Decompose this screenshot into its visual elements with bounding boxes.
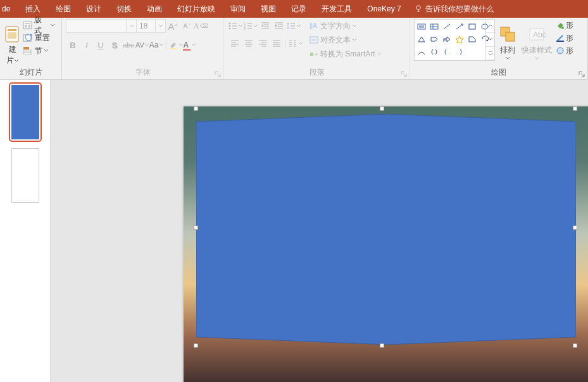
bold-button[interactable]: B [66, 38, 80, 52]
align-center-button[interactable] [242, 37, 256, 51]
tab-transitions[interactable]: 切换 [109, 0, 139, 18]
tab-record[interactable]: 记录 [284, 0, 314, 18]
italic-button[interactable]: I [80, 38, 94, 52]
underline-button[interactable]: U [94, 38, 108, 52]
grow-font-button[interactable]: A^ [166, 19, 180, 33]
group-paragraph-label: 段落 [224, 67, 410, 80]
indent-increase-button[interactable] [272, 19, 286, 33]
svg-rect-82 [556, 41, 564, 42]
tab-islide[interactable]: de [0, 0, 18, 18]
slide-thumbnail-1[interactable] [11, 85, 39, 139]
tab-animations[interactable]: 动画 [139, 0, 170, 18]
svg-point-19 [229, 28, 231, 30]
svg-rect-13 [23, 53, 31, 54]
tab-developer[interactable]: 开发工具 [314, 0, 360, 18]
svg-rect-3 [6, 27, 18, 42]
slide-thumbnails-panel [0, 80, 51, 382]
reset-label: 重置 [35, 33, 50, 44]
tab-review[interactable]: 审阅 [223, 0, 253, 18]
strike-button[interactable]: abc [122, 38, 135, 52]
chevron-down-icon [155, 20, 165, 32]
highlight-button[interactable] [168, 38, 184, 52]
quick-styles-icon: Abc [527, 25, 546, 44]
align-text-label: 对齐文本 [320, 35, 351, 46]
bullets-button[interactable] [228, 19, 243, 33]
new-slide-button[interactable]: 建 片 [4, 19, 22, 67]
smartart-label: 转换为 SmartArt [320, 49, 375, 60]
tab-view[interactable]: 视图 [253, 0, 284, 18]
slide-canvas-area[interactable] [51, 80, 588, 382]
group-slides-label: 幻灯片 [0, 67, 61, 80]
shape-outline-label: 形 [566, 33, 573, 44]
smartart-button[interactable]: 转换为 SmartArt [310, 47, 387, 61]
resize-handle[interactable] [573, 343, 577, 348]
text-direction-label: 文字方向 [320, 21, 351, 32]
numbering-icon: 123 [243, 21, 253, 31]
align-text-button[interactable]: 对齐文本 [310, 33, 387, 47]
tab-onekey[interactable]: OneKey 7 [360, 0, 408, 18]
arrange-label: 排列 [500, 46, 515, 54]
resize-handle[interactable] [194, 226, 198, 230]
numbering-button[interactable]: 123 [243, 19, 258, 33]
justify-button[interactable] [270, 37, 284, 51]
svg-rect-5 [8, 32, 16, 39]
group-slides: 建 片 版式 重置 节 幻灯片 [0, 18, 62, 80]
tab-design[interactable]: 设计 [78, 0, 109, 18]
tab-slideshow[interactable]: 幻灯片放映 [170, 0, 223, 18]
shape-outline-button[interactable]: 形 [556, 32, 579, 44]
shape-effects-button[interactable]: 形 [556, 44, 579, 57]
svg-rect-12 [23, 50, 31, 52]
quick-styles-button[interactable]: Abc 快速样式 [520, 19, 553, 67]
resize-handle[interactable] [573, 226, 577, 230]
new-slide-label-2: 片 [6, 55, 14, 66]
columns-icon [288, 39, 298, 49]
align-right-button[interactable] [256, 37, 270, 51]
line-spacing-button[interactable] [286, 19, 301, 33]
gallery-up-icon[interactable] [486, 20, 494, 33]
slide[interactable] [184, 106, 588, 382]
svg-point-81 [561, 27, 564, 29]
svg-point-17 [229, 25, 231, 27]
shape-fill-button[interactable]: 形 [556, 19, 579, 32]
svg-rect-69 [430, 24, 438, 29]
font-size-combo[interactable]: 18 [137, 19, 166, 33]
section-label: 节 [35, 46, 42, 56]
align-left-button[interactable] [228, 37, 242, 51]
resize-handle[interactable] [380, 343, 384, 348]
svg-text:||A: ||A [310, 22, 317, 29]
shadow-button[interactable]: S [108, 38, 122, 52]
selected-shape[interactable] [196, 114, 576, 345]
shapes-gallery[interactable] [414, 19, 495, 61]
reset-button[interactable]: 重置 [22, 32, 58, 44]
gallery-down-icon[interactable] [486, 33, 494, 46]
gallery-more-icon[interactable] [486, 47, 494, 60]
resize-handle[interactable] [380, 106, 384, 111]
reset-icon [23, 34, 33, 42]
align-right-icon [258, 39, 268, 49]
layout-button[interactable]: 版式 [22, 19, 58, 32]
char-spacing-button[interactable]: AV [135, 38, 149, 52]
smartart-icon [310, 49, 318, 58]
slide-thumbnail-2[interactable] [11, 148, 39, 203]
font-color-button[interactable]: A [184, 38, 197, 52]
group-paragraph: 123 ||A文字方向 对齐文本 转换为 SmartArt [224, 18, 410, 80]
svg-point-83 [557, 48, 563, 54]
resize-handle[interactable] [194, 343, 198, 348]
section-button[interactable]: 节 [22, 44, 58, 57]
clear-format-button[interactable]: A⌫ [194, 19, 208, 33]
indent-decrease-button[interactable] [258, 19, 272, 33]
resize-handle[interactable] [573, 106, 577, 111]
svg-text:1: 1 [244, 22, 246, 25]
shrink-font-button[interactable]: Aˇ [180, 19, 194, 33]
tell-me[interactable]: 告诉我你想要做什么 [414, 4, 494, 15]
resize-handle[interactable] [194, 106, 198, 111]
columns-button[interactable] [288, 37, 303, 51]
font-name-combo[interactable] [66, 19, 137, 33]
section-icon [23, 46, 33, 55]
svg-line-73 [456, 25, 462, 29]
arrange-button[interactable]: 排列 [495, 19, 520, 67]
text-direction-button[interactable]: ||A文字方向 [310, 19, 387, 33]
change-case-button[interactable]: Aa [149, 38, 164, 52]
tab-draw[interactable]: 绘图 [48, 0, 78, 18]
svg-rect-79 [530, 29, 544, 40]
